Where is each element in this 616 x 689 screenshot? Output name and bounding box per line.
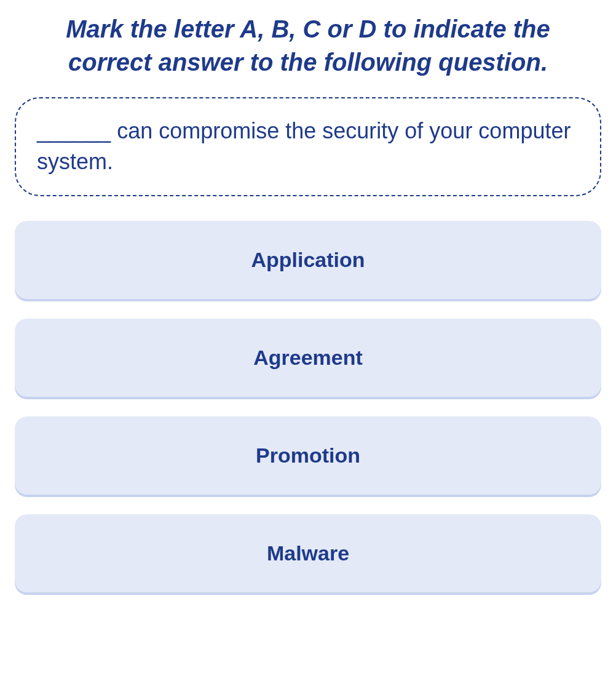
option-b[interactable]: Agreement bbox=[15, 319, 601, 397]
options-list: Application Agreement Promotion Malware bbox=[15, 221, 601, 592]
question-text: ______ can compromise the security of yo… bbox=[37, 116, 579, 178]
option-a[interactable]: Application bbox=[15, 221, 601, 299]
option-c[interactable]: Promotion bbox=[15, 416, 601, 495]
instruction-heading: Mark the letter A, B, C or D to indicate… bbox=[15, 12, 601, 79]
option-d[interactable]: Malware bbox=[15, 514, 601, 592]
question-container: ______ can compromise the security of yo… bbox=[15, 97, 601, 196]
